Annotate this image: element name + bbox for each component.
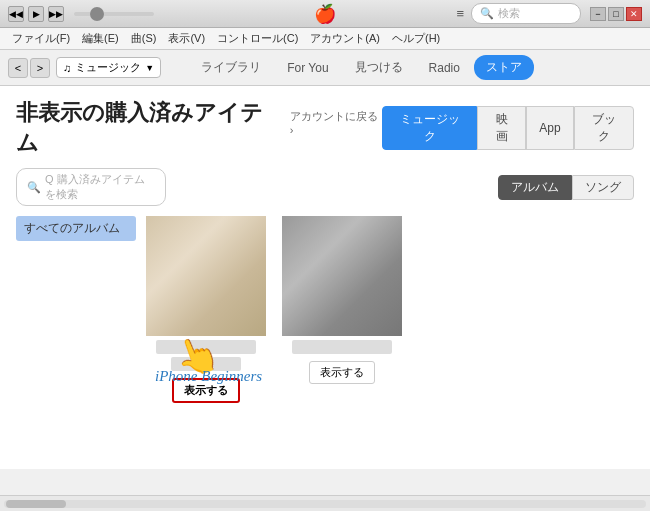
view-toggle: アルバム ソング	[498, 175, 634, 200]
window-controls: ≡ 🔍 検索 − □ ✕	[456, 3, 642, 24]
content-search[interactable]: 🔍 Q 購入済みアイテムを検索	[16, 168, 166, 206]
bottom-scrollbar[interactable]	[0, 495, 650, 511]
music-note-icon: ♫	[63, 62, 71, 74]
menu-file[interactable]: ファイル(F)	[6, 29, 76, 48]
menu-edit[interactable]: 編集(E)	[76, 29, 125, 48]
filter-book[interactable]: ブック	[574, 106, 634, 150]
page-title: 非表示の購入済みアイテム	[16, 98, 280, 158]
sidebar-list: すべてのアルバム	[16, 216, 136, 403]
title-bar-left: ◀◀ ▶ ▶▶	[8, 6, 154, 22]
filter-music[interactable]: ミュージック	[382, 106, 477, 150]
filter-movie[interactable]: 映画	[477, 106, 526, 150]
page-title-group: 非表示の購入済みアイテム アカウントに戻る ›	[16, 98, 382, 158]
forward-button[interactable]: >	[30, 58, 50, 78]
album-cover-1	[146, 216, 266, 336]
main-content: 非表示の購入済みアイテム アカウントに戻る › ミュージック 映画 App ブッ…	[0, 86, 650, 469]
rewind-btn[interactable]: ◀◀	[8, 6, 24, 22]
menu-help[interactable]: ヘルプ(H)	[386, 29, 446, 48]
album-label-2	[292, 340, 392, 354]
maximize-button[interactable]: □	[608, 7, 624, 21]
album-sublabel-1	[171, 357, 241, 371]
play-btn[interactable]: ▶	[28, 6, 44, 22]
source-selector[interactable]: ♫ ミュージック ▼	[56, 57, 161, 78]
menu-control[interactable]: コントロール(C)	[211, 29, 304, 48]
album-label-1	[156, 340, 256, 354]
show-button-2[interactable]: 表示する	[309, 361, 375, 384]
tab-discover[interactable]: 見つける	[343, 55, 415, 80]
menu-song[interactable]: 曲(S)	[125, 29, 163, 48]
back-button[interactable]: <	[8, 58, 28, 78]
menu-bar: ファイル(F) 編集(E) 曲(S) 表示(V) コントロール(C) アカウント…	[0, 28, 650, 50]
tab-for-you[interactable]: For You	[275, 57, 340, 79]
apple-logo: 🍎	[314, 3, 336, 25]
search-label: 検索	[498, 6, 520, 21]
nav-tabs: ライブラリ For You 見つける Radio ストア	[189, 55, 534, 80]
all-albums-item[interactable]: すべてのアルバム	[16, 216, 136, 241]
show-button-1[interactable]: 表示する	[172, 378, 240, 403]
filter-app[interactable]: App	[526, 106, 573, 150]
forward-btn[interactable]: ▶▶	[48, 6, 64, 22]
hamburger-icon[interactable]: ≡	[456, 6, 464, 21]
tab-library[interactable]: ライブラリ	[189, 55, 273, 80]
nav-bar: < > ♫ ミュージック ▼ ライブラリ For You 見つける Radio …	[0, 50, 650, 86]
search-icon: 🔍	[480, 7, 494, 20]
title-bar: ◀◀ ▶ ▶▶ 🍎 ≡ 🔍 検索 − □ ✕	[0, 0, 650, 28]
album-card-2: 表示する	[282, 216, 402, 403]
album-view-button[interactable]: アルバム	[498, 175, 572, 200]
horizontal-scrollbar-thumb[interactable]	[6, 500, 66, 508]
nav-arrows: < >	[8, 58, 50, 78]
search-placeholder: Q 購入済みアイテムを検索	[45, 172, 155, 202]
album-card-1: 表示する	[146, 216, 266, 403]
album-cover-2	[282, 216, 402, 336]
content-area: すべてのアルバム 表示する 表示する	[16, 216, 634, 403]
albums-grid: 表示する 表示する	[146, 216, 634, 403]
menu-account[interactable]: アカウント(A)	[304, 29, 386, 48]
minimize-button[interactable]: −	[590, 7, 606, 21]
tab-radio[interactable]: Radio	[417, 57, 472, 79]
source-label: ミュージック	[75, 60, 141, 75]
horizontal-scrollbar-track[interactable]	[4, 500, 646, 508]
account-link[interactable]: アカウントに戻る ›	[290, 109, 383, 136]
chevron-icon: ▼	[145, 63, 154, 73]
filter-buttons: ミュージック 映画 App ブック	[382, 106, 634, 150]
song-view-button[interactable]: ソング	[572, 175, 634, 200]
close-button[interactable]: ✕	[626, 7, 642, 21]
menu-view[interactable]: 表示(V)	[162, 29, 211, 48]
page-header: 非表示の購入済みアイテム アカウントに戻る › ミュージック 映画 App ブッ…	[16, 98, 634, 158]
search-row: 🔍 Q 購入済みアイテムを検索 アルバム ソング	[16, 168, 634, 206]
tab-store[interactable]: ストア	[474, 55, 534, 80]
search-icon: 🔍	[27, 181, 41, 194]
